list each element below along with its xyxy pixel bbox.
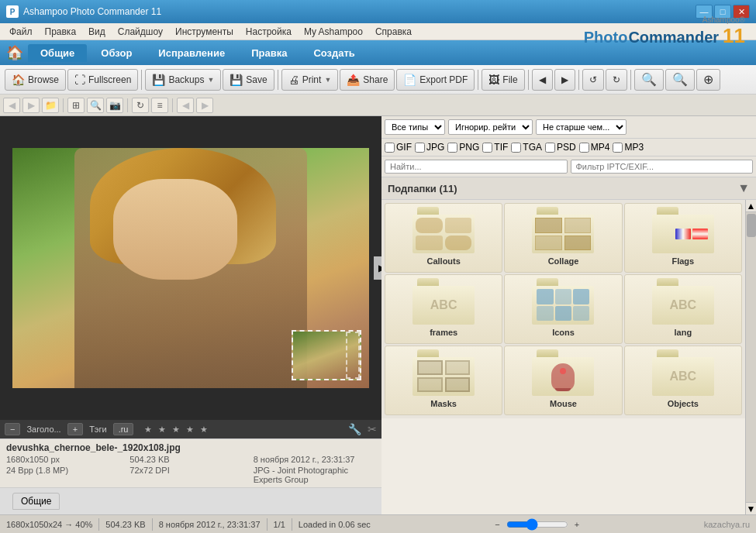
frames-abc-text: ABC [430,298,457,312]
nav-forward-icon: ▶ [561,74,568,85]
folder-callouts[interactable]: Callouts [385,203,502,273]
zoom-out-button[interactable]: 🔍 [634,69,664,91]
sort-btn[interactable]: ≡ [151,98,168,113]
share-label: Share [363,74,388,85]
date-filter-select[interactable]: Не старше чем... [536,119,627,135]
menu-myashampoo[interactable]: My Ashampoo [298,25,369,39]
status-date: 8 ноября 2012 г., 23:31:37 [159,520,261,529]
scroll-down-button[interactable]: ▼ [746,502,756,514]
folder-masks[interactable]: Masks [385,346,502,415]
photo-format: JPG - Joint Photographic Experts Group [254,466,375,484]
menu-edit[interactable]: Правка [39,25,83,39]
zoom-in-button[interactable]: 🔍 [665,69,695,91]
tab-create[interactable]: Создать [301,44,367,62]
photo-filesize: 504.23 KB [129,455,251,464]
star-icon-4: ★ [186,425,194,435]
rating-filter-select[interactable]: Игнорир. рейти [448,119,533,135]
status-resolution: 1680x1050x24 → 40% [6,520,92,529]
cb-tif[interactable]: TIF [482,142,508,153]
type-filter-select[interactable]: Все типы [385,119,445,135]
save-button[interactable]: 💾 Save [223,69,274,91]
header-label: Заголо... [26,425,60,434]
general-tab[interactable]: Общие [12,493,60,510]
print-dropdown-arrow: ▼ [324,76,331,84]
browse-button[interactable]: 🏠 Browse [5,69,66,91]
backups-button[interactable]: 💾 Backups ▼ [145,69,221,91]
folder-lang[interactable]: ABC lang [624,274,742,344]
scroll-thumb[interactable] [747,214,756,237]
lang-button[interactable]: .ru [113,423,134,435]
nav-back-button[interactable]: ◀ [532,69,553,91]
menu-tools[interactable]: Инструменты [169,25,240,39]
menu-settings[interactable]: Настройка [240,25,298,39]
tab-general[interactable]: Общие [28,44,87,62]
print-button[interactable]: 🖨 Print ▼ [281,69,339,91]
tab-browse[interactable]: Обзор [88,44,144,62]
folder-icons[interactable]: Icons [504,274,622,344]
scroll-track[interactable] [746,212,756,502]
menu-help[interactable]: Справка [369,25,418,39]
nav-back-icon: ◀ [539,74,546,85]
star-icon-3: ★ [172,425,180,435]
backups-label: Backups [168,74,204,85]
photo-bpp: 24 Bpp (1.8 MP) [6,466,128,484]
file-label: File [502,74,517,85]
fullscreen-button[interactable]: ⛶ Fullscreen [67,69,138,91]
cb-psd[interactable]: PSD [545,142,576,153]
collapse-button[interactable]: ▼ [737,181,750,195]
save-label: Save [246,74,267,85]
search-input[interactable] [385,160,568,174]
zoom-slider[interactable] [506,519,568,530]
tab-correction[interactable]: Исправление [146,44,237,62]
menu-bar: Файл Правка Вид Слайдшоу Инструменты Нас… [0,23,756,40]
cb-mp3[interactable]: MP3 [613,142,644,153]
tab-edit[interactable]: Правка [239,44,299,62]
rotate-right-button[interactable]: ↻ [606,69,627,91]
menu-slideshow[interactable]: Слайдшоу [112,25,169,39]
export-pdf-label: Export PDF [419,74,468,85]
cb-png[interactable]: PNG [447,142,479,153]
nav-forward-button[interactable]: ▶ [554,69,575,91]
zoom-fit-button[interactable]: ⊕ [696,69,720,91]
cb-gif[interactable]: GIF [385,142,412,153]
file-button[interactable]: 🖼 File [482,69,524,91]
brand-version-text: 11 [723,24,745,48]
menu-file[interactable]: Файл [3,25,39,39]
expand-arrow[interactable]: ▶ [374,256,381,280]
share-button[interactable]: 📤 Share [340,69,395,91]
export-pdf-button[interactable]: 📄 Export PDF [396,69,475,91]
grid-view-btn[interactable]: ⊞ [67,98,85,113]
iptc-filter-input[interactable] [571,160,754,174]
folder-mouse[interactable]: Mouse [504,346,622,415]
brand-photo-text: Photo [584,29,628,46]
main-toolbar: 🏠 Browse ⛶ Fullscreen 💾 Backups ▼ 💾 Save… [0,65,756,95]
prev-btn[interactable]: ◀ [177,98,194,113]
zoom-search-btn[interactable]: 🔍 [87,98,104,113]
cb-tga[interactable]: TGA [511,142,542,153]
forward-nav-btn[interactable]: ▶ [22,98,40,113]
scroll-up-button[interactable]: ▲ [746,200,756,212]
folder-icons-icon [532,278,594,325]
rotate-left-button[interactable]: ↺ [582,69,604,91]
secondary-toolbar: ◀ ▶ 📁 ⊞ 🔍 📷 ↻ ≡ ◀ ▶ [0,95,756,116]
folder-collage[interactable]: Collage [504,203,622,273]
camera-btn[interactable]: 📷 [106,98,123,113]
status-sep-3 [267,518,268,531]
brand-logo: Ashampoo® Photo Commander 11 [584,15,753,48]
next-btn[interactable]: ▶ [196,98,213,113]
toolbar-separator-4 [528,70,529,90]
minus-button[interactable]: − [5,423,20,435]
folder-flags[interactable]: Flags [624,203,742,273]
cb-jpg[interactable]: JPG [415,142,444,153]
folder-frames[interactable]: ABC frames [385,274,502,344]
refresh-btn[interactable]: ↻ [132,98,149,113]
folder-icons-name: Icons [552,328,575,337]
cb-mp4[interactable]: MP4 [579,142,610,153]
photo-filename: devushka_chernoe_bele-_1920x108.jpg [6,442,375,453]
folder-nav-btn[interactable]: 📁 [42,98,59,113]
plus-button[interactable]: + [67,423,83,435]
menu-view[interactable]: Вид [82,25,112,39]
status-bar: 1680x1050x24 → 40% 504.23 KB 8 ноября 20… [0,514,756,533]
folder-objects[interactable]: ABC Objects [624,346,742,415]
back-nav-btn[interactable]: ◀ [3,98,20,113]
